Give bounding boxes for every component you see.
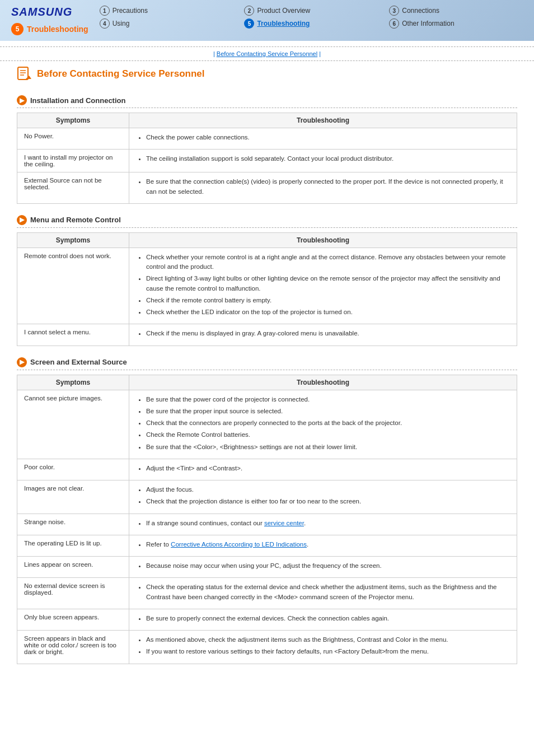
list-item: Direct lighting of 3-way light bulbs or … [146, 274, 510, 293]
trouble-cell: Check if the menu is displayed in gray. … [129, 324, 517, 346]
list-item: Check whether your remote control is at … [146, 253, 510, 272]
nav-item-product[interactable]: 2 Product Overview [244, 6, 378, 16]
symptom-cell: External Source can not be selected. [17, 172, 129, 204]
list-item: Check if the menu is displayed in gray. … [146, 329, 510, 338]
current-label: Troubleshooting [27, 25, 88, 34]
table-row: External Source can not be selected. Be … [17, 172, 517, 204]
list-item: Check the Remote Control batteries. [146, 430, 510, 440]
list-item: Check the operating status for the exter… [146, 582, 510, 602]
list-item: Be sure that the connection cable(s) (vi… [146, 177, 510, 197]
nav-label-other: Other Information [402, 20, 454, 27]
table-row: No Power. Check the power cable connecti… [17, 128, 517, 150]
section-icon-screen: ▶ [17, 357, 27, 367]
symptom-cell: Lines appear on screen. [17, 557, 129, 578]
main-content: Before Contacting Service Personnel ▶ In… [0, 67, 534, 687]
list-item: Be sure that the <Color>, <Brightness> s… [146, 442, 510, 452]
list-item: Check if the remote control battery is e… [146, 296, 510, 305]
nav-label-troubleshooting: Troubleshooting [257, 20, 310, 27]
col-symptoms-3: Symptoms [17, 375, 129, 390]
nav-label-product: Product Overview [257, 7, 310, 15]
trouble-cell: As mentioned above, check the adjustment… [129, 631, 517, 664]
table-row: I want to install my projector on the ce… [17, 150, 517, 172]
section-menu: ▶ Menu and Remote Control Symptoms Troub… [17, 215, 517, 346]
table-row: Strange noise. If a strange sound contin… [17, 514, 517, 535]
col-symptoms-1: Symptoms [17, 113, 129, 128]
header: SAMSUNG 5 Troubleshooting 1 Precautions … [0, 0, 534, 41]
section-title-screen: Screen and External Source [30, 358, 127, 366]
trouble-cell: Be sure that the power cord of the proje… [129, 390, 517, 459]
table-menu: Symptoms Troubleshooting Remote control … [17, 232, 517, 346]
list-item: Adjust the focus. [146, 485, 510, 494]
table-row: I cannot select a menu. Check if the men… [17, 324, 517, 346]
svg-rect-0 [18, 67, 28, 80]
list-item: Check whether the LED indicator on the t… [146, 307, 510, 317]
current-section[interactable]: 5 Troubleshooting [11, 23, 88, 35]
table-row: Images are not clear. Adjust the focus. … [17, 480, 517, 514]
trouble-cell: Refer to Corrective Actions According to… [129, 535, 517, 556]
nav-label-connections: Connections [402, 7, 439, 15]
table-row: Lines appear on screen. Because noise ma… [17, 557, 517, 578]
page-icon [17, 67, 32, 81]
col-symptoms-2: Symptoms [17, 232, 129, 248]
page-title: Before Contacting Service Personnel [37, 68, 204, 80]
samsung-logo: SAMSUNG [11, 6, 88, 18]
table-row: Remote control does not work. Check whet… [17, 248, 517, 324]
symptom-cell: I cannot select a menu. [17, 324, 129, 346]
table-installation: Symptoms Troubleshooting No Power. Check… [17, 113, 517, 204]
table-row: Only blue screen appears. Be sure to pro… [17, 609, 517, 630]
nav-num-3: 3 [389, 6, 399, 16]
list-item: Adjust the <Tint> and <Contrast>. [146, 464, 510, 473]
led-indications-link[interactable]: Corrective Actions According to LED Indi… [171, 541, 307, 548]
list-item: As mentioned above, check the adjustment… [146, 635, 510, 645]
section-icon-installation: ▶ [17, 95, 27, 105]
list-item: Because noise may occur when using your … [146, 561, 510, 571]
col-troubleshooting-3: Troubleshooting [129, 375, 517, 390]
section-screen: ▶ Screen and External Source Symptoms Tr… [17, 357, 517, 664]
trouble-cell: Check the operating status for the exter… [129, 578, 517, 609]
col-troubleshooting-2: Troubleshooting [129, 232, 517, 248]
section-title-installation: Installation and Connection [30, 96, 125, 105]
list-item: The ceiling installation support is sold… [146, 154, 510, 164]
nav-num-4: 4 [100, 18, 110, 29]
nav-item-precautions[interactable]: 1 Precautions [100, 6, 233, 16]
nav-num-2: 2 [244, 6, 254, 16]
list-item: Be sure that the power cord of the proje… [146, 395, 510, 404]
nav-item-connections[interactable]: 3 Connections [389, 6, 523, 16]
page-title-area: Before Contacting Service Personnel [17, 67, 517, 84]
logo-section: SAMSUNG 5 Troubleshooting [11, 6, 88, 35]
list-item: Check that the connectors are properly c… [146, 418, 510, 428]
nav-label-precautions: Precautions [113, 7, 148, 15]
service-center-link[interactable]: service center [264, 520, 304, 526]
section-header-screen: ▶ Screen and External Source [17, 357, 517, 370]
breadcrumb-link[interactable]: Before Contacting Service Personnel [217, 50, 317, 57]
symptom-cell: No external device screen is displayed. [17, 578, 129, 609]
table-row: The operating LED is lit up. Refer to Co… [17, 535, 517, 556]
trouble-cell: Because noise may occur when using your … [129, 557, 517, 578]
list-item: If a strange sound continues, contact ou… [146, 519, 510, 528]
trouble-cell: Check the power cable connections. [129, 128, 517, 150]
list-item: Check that the projection distance is ei… [146, 497, 510, 506]
symptom-cell: The operating LED is lit up. [17, 535, 129, 556]
symptom-cell: Cannot see picture images. [17, 390, 129, 459]
nav-item-troubleshooting[interactable]: 5 Troubleshooting [244, 18, 378, 29]
list-item: Check the power cable connections. [146, 133, 510, 142]
trouble-cell: Adjust the <Tint> and <Contrast>. [129, 459, 517, 480]
trouble-cell: The ceiling installation support is sold… [129, 150, 517, 172]
list-item: Be sure that the proper input source is … [146, 407, 510, 416]
section-header-installation: ▶ Installation and Connection [17, 95, 517, 108]
col-troubleshooting-1: Troubleshooting [129, 113, 517, 128]
list-item: Be sure to properly connect the external… [146, 614, 510, 623]
list-item: Refer to Corrective Actions According to… [146, 540, 510, 549]
table-row: Cannot see picture images. Be sure that … [17, 390, 517, 459]
symptom-cell: I want to install my projector on the ce… [17, 150, 129, 172]
nav-num-6: 6 [389, 18, 399, 29]
table-screen: Symptoms Troubleshooting Cannot see pict… [17, 375, 517, 664]
nav-num-5: 5 [244, 18, 254, 29]
nav-grid: 1 Precautions 2 Product Overview 3 Conne… [100, 6, 523, 29]
nav-item-other[interactable]: 6 Other Information [389, 18, 523, 29]
symptom-cell: Poor color. [17, 459, 129, 480]
trouble-cell: Check whether your remote control is at … [129, 248, 517, 324]
symptom-cell: Only blue screen appears. [17, 609, 129, 630]
nav-item-using[interactable]: 4 Using [100, 18, 233, 29]
section-installation: ▶ Installation and Connection Symptoms T… [17, 95, 517, 204]
